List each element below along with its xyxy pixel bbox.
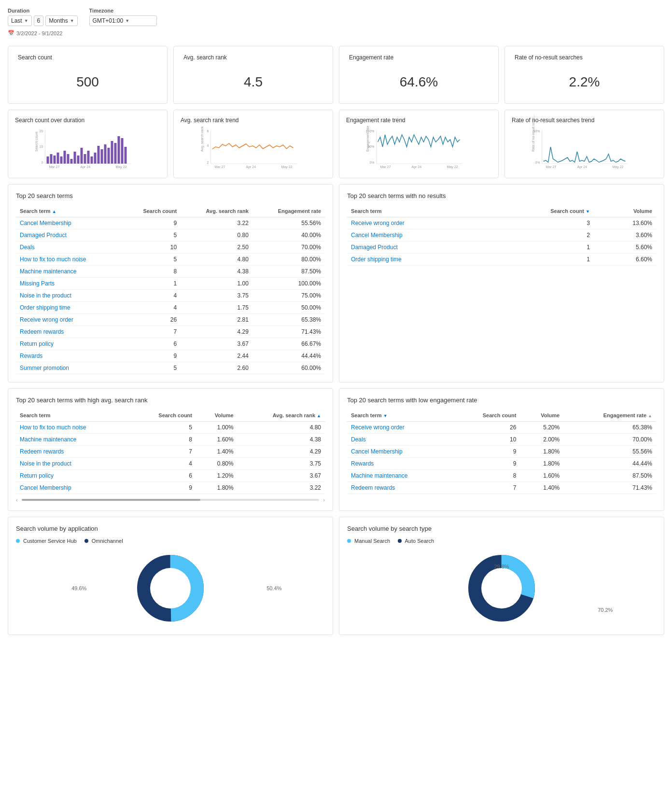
table-cell: 66.67% [252,338,325,350]
col-hr-count[interactable]: Search count [131,410,196,422]
chart-search-count-duration: Search count over duration Search count … [8,110,168,178]
col-nr-search-term[interactable]: Search term [347,205,487,217]
table-cell: 2 [487,229,594,241]
top20-header-row: Search term ▲ Search count Avg. search r… [16,205,325,217]
table-cell: 3.67 [181,338,252,350]
svg-text:Mar 27: Mar 27 [215,165,225,169]
table-cell: 7 [122,326,181,338]
svg-rect-24 [111,141,113,164]
svg-text:May 22: May 22 [116,165,127,169]
svg-text:0%: 0% [535,161,540,164]
legend-dot-manual [347,539,351,543]
low-engagement-table: Search term ▼ Search count Volume Engage… [347,410,656,494]
table-cell: 9 [122,217,181,229]
col-search-count[interactable]: Search count [122,205,181,217]
svg-rect-16 [84,154,86,164]
chart-area-0: Search count 20 10 0 [15,127,160,171]
table-cell: 1.75 [181,302,252,314]
col-search-term[interactable]: Search term ▲ [16,205,122,217]
col-le-count[interactable]: Search count [452,410,520,422]
table-cell: Cancel Membership [347,229,487,241]
table-cell: Noise in the product [16,290,122,302]
donut-type-title: Search volume by search type [347,525,656,532]
table-cell: 9 [452,446,520,458]
stat-card-engagement: Engagement rate 64.6% [339,46,499,104]
stat-title-0: Search count [18,54,157,61]
col-le-term[interactable]: Search term ▼ [347,410,452,422]
svg-rect-21 [101,149,103,164]
table-cell: Machine maintenance [347,470,452,482]
rank-engagement-row: Top 20 search terms with high avg. searc… [8,388,664,511]
chart-title-0: Search count over duration [15,117,160,124]
table-cell: 6.60% [594,254,656,266]
table-cell: 6 [122,338,181,350]
table-row: How to fix too much noise51.00%4.80 [16,422,325,434]
donut-app-wrapper: 49.6% 50.4% [16,550,325,627]
sort-arrow-le-eng: ▲ [648,413,652,418]
duration-prefix-select[interactable]: Last ▼ [8,15,32,26]
table-cell: Machine maintenance [16,266,122,278]
table-cell: Receive wrong order [347,422,452,434]
stat-card-no-result: Rate of no-result searches 2.2% [504,46,664,104]
col-hr-term[interactable]: Search term [16,410,131,422]
table-row: Cancel Membership23.60% [347,229,656,241]
svg-text:Rate of no-result searc...: Rate of no-result searc... [532,114,535,152]
col-avg-rank[interactable]: Avg. search rank [181,205,252,217]
svg-text:Apr 24: Apr 24 [577,165,588,169]
table-cell: 3.75 [238,458,325,470]
table-cell: Cancel Membership [347,446,452,458]
table-cell: 8 [122,266,181,278]
donut-app-label-right: 50.4% [266,585,281,591]
col-hr-volume[interactable]: Volume [196,410,238,422]
dashboard-page: Duration Last ▼ 6 Months ▼ 📅 3/2/2022 - … [0,0,672,807]
table-row: Receive wrong order313.60% [347,217,656,229]
stat-value-1: 4.5 [183,69,323,96]
col-le-engagement[interactable]: Engagement rate ▲ [563,410,656,422]
duration-unit-select[interactable]: Months ▼ [45,15,77,26]
table-cell: Return policy [16,470,131,482]
table-row: Noise in the product43.7575.00% [16,290,325,302]
col-hr-rank[interactable]: Avg. search rank ▲ [238,410,325,422]
col-nr-search-count[interactable]: Search count ▼ [487,205,594,217]
table-cell: 26 [122,314,181,326]
table-row: Deals102.00%70.00% [347,434,656,446]
table-cell: 9 [452,458,520,470]
svg-rect-27 [121,138,124,164]
table-cell: 4 [131,458,196,470]
scroll-bar-hr[interactable] [22,499,320,501]
svg-rect-9 [60,156,63,164]
table-cell: 3 [487,217,594,229]
table-cell: 2.50 [181,241,252,254]
legend-dot-auto [398,539,402,543]
svg-text:8: 8 [207,129,209,133]
table-cell: 3.22 [238,482,325,494]
timezone-arrow: ▼ [125,18,129,23]
table-cell: 70.00% [563,434,656,446]
table-cell: 1.80% [520,446,563,458]
svg-rect-23 [108,148,110,164]
svg-text:Apr 24: Apr 24 [246,165,256,169]
stats-row: Search count 500 Avg. search rank 4.5 En… [8,46,664,104]
svg-rect-28 [125,147,127,164]
stat-title-2: Engagement rate [349,54,489,61]
donut-application-card: Search volume by application Customer Se… [8,517,333,635]
svg-rect-25 [114,143,117,164]
duration-row: Last ▼ 6 Months ▼ [8,15,78,26]
donut-type-legend: Manual Search Auto Search [347,538,656,544]
svg-rect-5 [47,156,49,164]
table-cell: 2.81 [181,314,252,326]
col-engagement[interactable]: Engagement rate [252,205,325,217]
svg-text:50%: 50% [367,145,374,148]
timezone-select[interactable]: GMT+01:00 ▼ [89,15,157,26]
svg-rect-10 [64,151,66,164]
table-cell: Rewards [347,458,452,470]
col-le-volume[interactable]: Volume [520,410,563,422]
col-nr-volume[interactable]: Volume [594,205,656,217]
timezone-control: Timezone GMT+01:00 ▼ [89,8,157,26]
table-row: Rewards91.80%44.44% [347,458,656,470]
table-row: Deals102.5070.00% [16,241,325,254]
duration-value-select[interactable]: 6 [34,15,44,26]
table-cell: 87.50% [563,470,656,482]
low-engagement-title: Top 20 search terms with low engagement … [347,396,656,404]
table-cell: 4.80 [181,254,252,266]
